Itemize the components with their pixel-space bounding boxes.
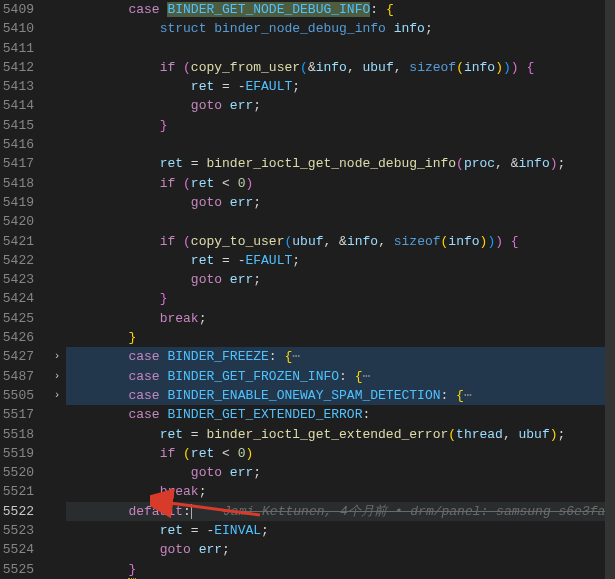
code-line[interactable]: case BINDER_FREEZE: {⋯ bbox=[66, 347, 615, 366]
fold-spacer bbox=[48, 521, 66, 540]
code-line[interactable] bbox=[66, 135, 615, 154]
code-line[interactable]: case BINDER_GET_NODE_DEBUG_INFO: { bbox=[66, 0, 615, 19]
line-number: 5424 bbox=[0, 289, 42, 308]
code-token: ubuf bbox=[292, 234, 323, 249]
code-line[interactable]: ret = binder_ioctl_get_node_debug_info(p… bbox=[66, 154, 615, 173]
code-line[interactable]: ret = -EFAULT; bbox=[66, 77, 615, 96]
code-token: < bbox=[214, 446, 237, 461]
code-line[interactable]: } bbox=[66, 116, 615, 135]
code-token: ubuf bbox=[363, 60, 394, 75]
code-token: BINDER_GET_FROZEN_INFO bbox=[167, 369, 339, 384]
fold-spacer bbox=[48, 482, 66, 501]
code-token: ( bbox=[448, 427, 456, 442]
code-line[interactable]: ret = -EFAULT; bbox=[66, 251, 615, 270]
line-number: 5412 bbox=[0, 58, 42, 77]
fold-gutter[interactable]: ››› bbox=[48, 0, 66, 579]
line-number: 5417 bbox=[0, 154, 42, 173]
code-token: err bbox=[230, 465, 253, 480]
line-number: 5416 bbox=[0, 135, 42, 154]
line-number: 5425 bbox=[0, 309, 42, 328]
code-line[interactable]: ret = -EINVAL; bbox=[66, 521, 615, 540]
code-token: ) bbox=[245, 176, 253, 191]
code-line[interactable]: if (copy_from_user(&info, ubuf, sizeof(i… bbox=[66, 58, 615, 77]
code-line[interactable]: goto err; bbox=[66, 463, 615, 482]
code-token: ; bbox=[558, 156, 566, 171]
code-token: ; bbox=[292, 253, 300, 268]
code-line[interactable]: goto err; bbox=[66, 96, 615, 115]
line-number: 5523 bbox=[0, 521, 42, 540]
code-token: , & bbox=[495, 156, 518, 171]
fold-toggle-icon[interactable]: › bbox=[48, 367, 66, 386]
line-number: 5419 bbox=[0, 193, 42, 212]
code-token: binder_ioctl_get_node_debug_info bbox=[206, 156, 456, 171]
code-token: ; bbox=[199, 311, 207, 326]
code-line[interactable] bbox=[66, 39, 615, 58]
code-token: info bbox=[464, 60, 495, 75]
code-token: ( bbox=[183, 446, 191, 461]
fold-spacer bbox=[48, 58, 66, 77]
code-token: ) bbox=[550, 156, 558, 171]
code-token: err bbox=[199, 542, 222, 557]
code-line[interactable]: if (copy_to_user(ubuf, &info, sizeof(inf… bbox=[66, 232, 615, 251]
code-line[interactable]: struct binder_node_debug_info info; bbox=[66, 19, 615, 38]
code-line[interactable]: case BINDER_ENABLE_ONEWAY_SPAM_DETECTION… bbox=[66, 386, 615, 405]
code-token: ret bbox=[191, 446, 214, 461]
line-number: 5517 bbox=[0, 405, 42, 424]
line-number: 5415 bbox=[0, 116, 42, 135]
code-line[interactable]: break; bbox=[66, 482, 615, 501]
code-line[interactable] bbox=[66, 212, 615, 231]
line-number: 5414 bbox=[0, 96, 42, 115]
code-line[interactable]: goto err; bbox=[66, 540, 615, 559]
code-token: binder_ioctl_get_extended_error bbox=[206, 427, 448, 442]
code-token: goto bbox=[191, 465, 230, 480]
code-line[interactable]: break; bbox=[66, 309, 615, 328]
code-token: info bbox=[448, 234, 479, 249]
code-token: if bbox=[160, 60, 183, 75]
fold-spacer bbox=[48, 463, 66, 482]
code-line[interactable]: } bbox=[66, 289, 615, 308]
code-line[interactable]: default: Jami Kettunen, 4个月前 • drm/panel… bbox=[66, 502, 615, 521]
fold-toggle-icon[interactable]: › bbox=[48, 386, 66, 405]
code-area[interactable]: case BINDER_GET_NODE_DEBUG_INFO: { struc… bbox=[66, 0, 615, 579]
line-number-gutter[interactable]: 5409541054115412541354145415541654175418… bbox=[0, 0, 48, 579]
code-token: & bbox=[308, 60, 316, 75]
code-token: } bbox=[160, 118, 168, 133]
code-token: ) bbox=[550, 427, 558, 442]
code-token: = - bbox=[214, 253, 245, 268]
line-number: 5522 bbox=[0, 502, 42, 521]
code-line[interactable]: } bbox=[66, 328, 615, 347]
line-number: 5409 bbox=[0, 0, 42, 19]
fold-spacer bbox=[48, 212, 66, 231]
code-line[interactable]: if (ret < 0) bbox=[66, 444, 615, 463]
code-token: ; bbox=[261, 523, 269, 538]
code-token: break bbox=[160, 484, 199, 499]
fold-toggle-icon[interactable]: › bbox=[48, 347, 66, 366]
code-token: BINDER_ENABLE_ONEWAY_SPAM_DETECTION bbox=[167, 388, 440, 403]
fold-spacer bbox=[48, 289, 66, 308]
code-token: copy_to_user bbox=[191, 234, 285, 249]
code-token: ret bbox=[160, 523, 183, 538]
minimap-thumb[interactable] bbox=[605, 0, 615, 579]
line-number: 5418 bbox=[0, 174, 42, 193]
code-line[interactable]: case BINDER_GET_EXTENDED_ERROR: bbox=[66, 405, 615, 424]
code-line[interactable]: } bbox=[66, 560, 615, 579]
code-editor[interactable]: 5409541054115412541354145415541654175418… bbox=[0, 0, 615, 579]
code-line[interactable]: if (ret < 0) bbox=[66, 174, 615, 193]
fold-spacer bbox=[48, 444, 66, 463]
code-token: : bbox=[370, 2, 386, 17]
code-line[interactable]: case BINDER_GET_FROZEN_INFO: {⋯ bbox=[66, 367, 615, 386]
fold-spacer bbox=[48, 193, 66, 212]
code-line[interactable]: ret = binder_ioctl_get_extended_error(th… bbox=[66, 425, 615, 444]
minimap-scrollbar[interactable] bbox=[605, 0, 615, 579]
code-token: ) bbox=[511, 60, 519, 75]
code-token: { bbox=[386, 2, 394, 17]
code-line[interactable]: goto err; bbox=[66, 193, 615, 212]
code-token: : bbox=[339, 369, 355, 384]
code-token: Jami Kettunen, 4个月前 • drm/panel: samsung… bbox=[223, 504, 615, 519]
line-number: 5487 bbox=[0, 367, 42, 386]
code-line[interactable]: goto err; bbox=[66, 270, 615, 289]
code-token: if bbox=[160, 446, 183, 461]
code-token: goto bbox=[160, 542, 199, 557]
fold-spacer bbox=[48, 270, 66, 289]
code-token: goto bbox=[191, 98, 230, 113]
